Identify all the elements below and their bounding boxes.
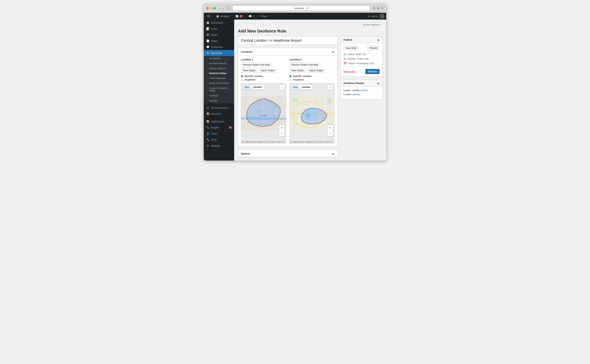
screen-options-button[interactable]: Screen Options ▾: [361, 23, 382, 27]
sidebar-item-media[interactable]: 🖼 Media: [204, 32, 234, 38]
location1-terms-link[interactable]: Terms of Use: [259, 141, 269, 143]
sidebar-item-products[interactable]: 📦 Products: [204, 111, 234, 117]
location2-satellite-btn[interactable]: Satellite: [300, 85, 312, 90]
status-value: Draft: [356, 53, 361, 56]
move-to-bin-button[interactable]: Move to Bin: [343, 70, 355, 73]
options-metabox-header[interactable]: Options ▲: [238, 150, 337, 157]
settings-icon: ⚙: [206, 144, 210, 147]
window-button[interactable]: ⧉: [227, 6, 231, 10]
sidebar-item-calendar[interactable]: Calendar: [204, 93, 234, 98]
shape-delete-leeds[interactable]: (delete): [361, 89, 368, 92]
updates-item[interactable]: 🔄 2: [234, 13, 244, 20]
location1-remove-shape-button[interactable]: Remove Shape From Map: [241, 63, 272, 67]
status-edit-link[interactable]: Edit: [362, 53, 366, 56]
sidebar-item-appearance[interactable]: 🎨 Appearance: [204, 118, 234, 124]
address-bar[interactable]: localhost ⟳: [233, 6, 370, 11]
new-label: + New: [260, 15, 267, 18]
location1-import-shape-button[interactable]: Import Shape: [258, 68, 276, 73]
location2-zoom-out-button[interactable]: −: [328, 130, 333, 136]
options-toggle-icon: ▲: [332, 152, 335, 155]
wp-logo-item[interactable]: W: [206, 13, 211, 20]
location2-remove-shape-button[interactable]: Remove Shape From Map: [289, 63, 320, 67]
svg-point-71: [326, 117, 327, 118]
location1-specific-label: Specific Location: [244, 75, 263, 78]
maximize-dot[interactable]: [213, 7, 216, 9]
sidebar-item-dashboard[interactable]: 🏠 Dashboard: [204, 20, 234, 26]
location1-zoom-out-button[interactable]: −: [279, 130, 284, 136]
geofence-shapes-header[interactable]: Geofence Shapes ▲: [341, 80, 382, 87]
sidebar-item-comments[interactable]: 💬 Comments: [204, 44, 234, 50]
location1-anywhere-radio[interactable]: Anywhere: [241, 78, 286, 81]
location1-map[interactable]: Map Satellite ⤢: [241, 83, 286, 144]
sidebar-item-vehicle-features[interactable]: Vehicle Features: [204, 66, 234, 71]
post-title-input[interactable]: [238, 36, 338, 45]
users-icon: 👤: [206, 132, 210, 135]
visibility-label: Visibility:: [347, 58, 356, 60]
location1-save-shape-button[interactable]: Save Shape: [241, 68, 257, 73]
sidebar-item-woocommerce[interactable]: 🛒 WooCommerce: [204, 105, 234, 111]
location2-specific-radio[interactable]: Specific Location: [289, 75, 335, 78]
sidebar-item-geofence-rules[interactable]: Geofence Rules: [204, 71, 234, 76]
location2-terms-link[interactable]: Terms of Use: [308, 141, 318, 143]
svg-rect-51: [292, 98, 298, 103]
svg-point-66: [303, 112, 304, 113]
location1-zoom-in-button[interactable]: +: [279, 125, 284, 130]
shape-delete-london[interactable]: (delete): [352, 93, 360, 96]
save-draft-button[interactable]: Save Draft: [343, 46, 359, 51]
publish-button[interactable]: Publish: [365, 69, 380, 74]
sidebar-item-all-vehicles[interactable]: All Vehicles: [204, 56, 234, 61]
location2-zoom-in-button[interactable]: +: [328, 125, 333, 130]
sidebar-item-quickcab[interactable]: ⚙ QuickCab: [204, 50, 234, 56]
location1-satellite-btn[interactable]: Satellite: [251, 85, 264, 90]
comments-icon: 💬: [249, 15, 252, 18]
location2-import-shape-button[interactable]: Import Shape: [307, 68, 325, 73]
location1-expand-button[interactable]: ⤢: [279, 85, 285, 90]
publish-edit-link[interactable]: Edit: [370, 62, 374, 65]
add-tab-button[interactable]: +: [381, 6, 384, 10]
refresh-button[interactable]: ⟳: [306, 7, 308, 10]
sidebar-item-settings[interactable]: ⚙ Settings: [204, 143, 234, 149]
locations-metabox-header[interactable]: Locations ▲: [238, 48, 337, 55]
svg-point-29: [269, 100, 270, 101]
sidebar-label-dashboard: Dashboard: [211, 21, 223, 24]
location1-map-btn[interactable]: Map: [243, 85, 251, 90]
back-button[interactable]: ‹: [219, 6, 221, 10]
share-button[interactable]: ⬆: [373, 6, 376, 10]
sidebar-item-users[interactable]: 👤 Users: [204, 130, 234, 136]
sidebar-item-tools[interactable]: 🔧 Tools: [204, 136, 234, 143]
duplicate-button[interactable]: ⧉: [377, 6, 379, 10]
comments-item[interactable]: 💬 0: [247, 13, 256, 20]
products-icon: 📦: [206, 112, 210, 115]
publish-panel-header[interactable]: Publish ▲: [341, 37, 382, 43]
location2-save-shape-button[interactable]: Save Shape: [289, 68, 306, 73]
svg-point-55: [301, 115, 302, 116]
location2-anywhere-label: Anywhere: [293, 78, 304, 81]
sidebar-item-surge-pricing[interactable]: Surge Pricing Rules: [204, 81, 234, 86]
sandbox-item[interactable]: 🏠 sandbox: [215, 13, 231, 20]
minimize-dot[interactable]: [210, 7, 212, 9]
close-dot[interactable]: [206, 7, 209, 9]
location2-map-btn[interactable]: Map: [291, 85, 300, 90]
sidebar-item-plugins[interactable]: 🔌 Plugins 2: [204, 124, 234, 130]
sidebar-item-add-new-vehicle[interactable]: Add New Vehicle: [204, 61, 234, 66]
sidebar: 🏠 Dashboard 📝 Posts 🖼 Media 📄 Pages 💬 Co…: [204, 20, 234, 161]
svg-text:Heathrow: Heathrow: [305, 114, 311, 116]
sidebar-item-custom-checkout[interactable]: Custom Checkout Fields: [204, 86, 234, 93]
location2-map[interactable]: Map Satellite ⤢: [289, 83, 335, 144]
tools-icon: 🔧: [206, 138, 210, 141]
svg-point-63: [313, 124, 314, 125]
geofence-shapes-body: Leeds - Centre (delete) London (delete): [341, 87, 382, 99]
location2-anywhere-radio[interactable]: Anywhere: [289, 78, 335, 81]
sidebar-item-fixed-addresses[interactable]: Fixed Addresses: [204, 76, 234, 81]
preview-button[interactable]: Preview: [367, 46, 380, 51]
sidebar-item-pages[interactable]: 📄 Pages: [204, 38, 234, 44]
location2-expand-button[interactable]: ⤢: [328, 85, 333, 90]
locations-body: Location 1 Remove Shape From Map Save Sh…: [238, 55, 337, 146]
location1-specific-radio[interactable]: Specific Location: [241, 75, 286, 78]
visibility-edit-link[interactable]: Edit: [365, 58, 368, 60]
new-item[interactable]: + New: [258, 13, 269, 20]
url-text: localhost: [294, 7, 304, 10]
forward-button[interactable]: ›: [222, 6, 224, 10]
sidebar-item-settings-qc[interactable]: Settings: [204, 98, 234, 103]
sidebar-item-posts[interactable]: 📝 Posts: [204, 26, 234, 32]
